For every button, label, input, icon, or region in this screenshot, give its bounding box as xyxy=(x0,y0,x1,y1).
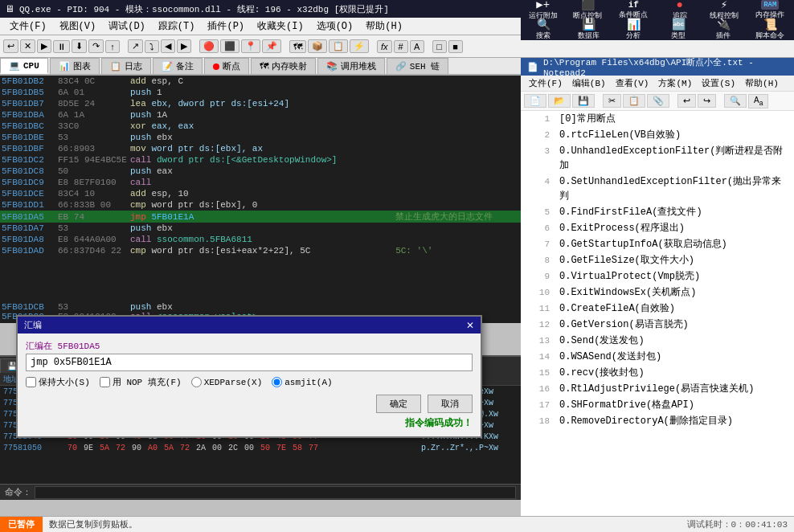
np-menu-scheme[interactable]: 方案(M) xyxy=(653,76,697,90)
tb-step-out[interactable]: ↑ xyxy=(105,40,120,53)
btn-thread-ctrl[interactable]: ⚡ 线程控制 xyxy=(702,0,746,21)
btn-plugins[interactable]: 🔌 插件 xyxy=(701,20,746,41)
tb-step-into[interactable]: ⬇ xyxy=(72,39,87,53)
asm-input[interactable] xyxy=(26,354,473,371)
btn-types[interactable]: 🔤 类型 xyxy=(656,20,701,41)
menu-options[interactable]: 选项(O) xyxy=(310,18,360,35)
np-menu-edit[interactable]: 编辑(B) xyxy=(567,76,611,90)
tab-seh[interactable]: 🔗 SEH 链 xyxy=(387,58,448,74)
asm-confirm-button[interactable]: 确定 xyxy=(376,395,421,413)
tab-mem[interactable]: 🗺 内存映射 xyxy=(251,58,316,74)
disasm-view[interactable]: 5FB01DB2 83C4 0C add esp, C 5FB01DB5 6A … xyxy=(0,76,521,301)
np-btn-cut[interactable]: ✂ xyxy=(603,94,621,108)
asm-cancel-button[interactable]: 取消 xyxy=(428,395,473,413)
np-btn-new[interactable]: 📄 xyxy=(524,94,546,108)
tb-trace-into[interactable]: 📍 xyxy=(241,39,260,53)
btn-run-attach[interactable]: ▶+ 运行附加 xyxy=(521,0,565,21)
btn-analyze[interactable]: 📊 分析 xyxy=(611,20,656,41)
tb-bp[interactable]: 🔴 xyxy=(199,39,219,53)
np-menu-settings[interactable]: 设置(S) xyxy=(697,76,740,90)
btn-mem-op[interactable]: RAM 内存操作 xyxy=(747,0,794,21)
status-bar: 已暂停 数据已复制到剪贴板。 调试耗时：0：00:41:03 xyxy=(0,516,794,532)
opt-asmjit[interactable]: asmjit(A) xyxy=(272,377,332,387)
tb-s2[interactable]: ■ xyxy=(448,40,463,53)
menu-file[interactable]: 文件(F) xyxy=(3,18,53,35)
np-menu-file[interactable]: 文件(F) xyxy=(524,76,567,90)
btn-search[interactable]: 🔍 搜索 xyxy=(521,20,566,41)
table-row: 5FB01DA8 E8 644A0A00 call ssocommon.5FBA… xyxy=(0,234,521,245)
line-text: 0.ExitWindowsEx(关机断点) xyxy=(559,285,696,300)
tb-fx[interactable]: fx xyxy=(377,40,392,53)
line-text: 0.FindFirstFileA(查找文件) xyxy=(559,205,702,219)
menu-debug[interactable]: 调试(D) xyxy=(102,18,152,35)
tb-close[interactable]: ✕ xyxy=(20,39,35,53)
btn-cond-bp[interactable]: if 条件断点 xyxy=(610,0,657,21)
checkbox-keep-size[interactable] xyxy=(26,377,36,387)
np-btn-aa[interactable]: Aa xyxy=(748,94,768,108)
np-menu-view[interactable]: 查看(V) xyxy=(611,76,654,90)
np-btn-open[interactable]: 📂 xyxy=(548,94,571,108)
tb-run[interactable]: ▶ xyxy=(37,39,51,53)
radio-asmjit[interactable] xyxy=(272,377,282,387)
btn-scripts[interactable]: 📜 脚本命令 xyxy=(746,20,794,41)
tb-fwd[interactable]: ▶ xyxy=(177,39,191,53)
opt-nop-fill[interactable]: 用 NOP 填充(F) xyxy=(100,376,182,388)
btn-trace[interactable]: ● 追踪 xyxy=(657,0,702,21)
asm-input-row xyxy=(26,354,473,371)
tb-pause[interactable]: ⏸ xyxy=(53,40,70,53)
menu-plugins[interactable]: 插件(P) xyxy=(201,18,251,35)
line-number: 8 xyxy=(527,253,550,268)
icon-bar-top: ▶+ 运行附加 ⬛ 断点控制 if 条件断点 ● 追踪 ⚡ 线程控制 RAM 内… xyxy=(521,0,794,40)
tab-graph[interactable]: 📊 图表 xyxy=(50,58,100,74)
tb-hw-bp[interactable]: ⬛ xyxy=(220,39,239,53)
menu-fav[interactable]: 收藏夹(I) xyxy=(251,18,310,35)
cmd-input[interactable] xyxy=(35,486,516,499)
list-item: 180.RemoveDirectoryA(删除指定目录) xyxy=(521,413,794,429)
checkbox-nop-fill[interactable] xyxy=(100,377,110,387)
tab-stack[interactable]: 📚 调用堆栈 xyxy=(317,58,385,74)
np-btn-paste[interactable]: 📎 xyxy=(647,94,669,108)
np-btn-save[interactable]: 💾 xyxy=(572,94,595,108)
line-number: 7 xyxy=(527,237,550,252)
tb-s1[interactable]: □ xyxy=(432,40,447,53)
tb-hash[interactable]: # xyxy=(394,40,408,53)
tb-run-to-cursor[interactable]: ↗ xyxy=(128,39,143,53)
right-panel: 📄 D:\Program Files\x64dbg\API断点小全.txt - … xyxy=(521,58,794,532)
opt-keep-size[interactable]: 保持大小(S) xyxy=(26,376,90,388)
table-row: 5FB01DB7 8D5E 24 lea ebx, dword ptr ds:[… xyxy=(0,98,521,109)
np-content[interactable]: 1[0]常用断点20.rtcFileLen(VB自效验)30.Unhandled… xyxy=(521,111,794,516)
btn-database[interactable]: 💾 数据库 xyxy=(566,20,611,41)
table-row: 5FB01DBA 6A 1A push 1A xyxy=(0,109,521,121)
menu-trace[interactable]: 跟踪(T) xyxy=(152,18,202,35)
graph-icon: 📊 xyxy=(59,61,70,72)
tb-threads[interactable]: ⚡ xyxy=(350,39,369,53)
tb-font[interactable]: A xyxy=(410,40,424,53)
table-row: 5FB01DCB 53 push ebx xyxy=(0,302,521,312)
np-btn-redo[interactable]: ↪ xyxy=(698,94,716,108)
line-number: 6 xyxy=(527,221,550,235)
radio-xed[interactable] xyxy=(191,377,202,387)
np-menu-help[interactable]: 帮助(H) xyxy=(740,76,784,90)
tb-trace-over[interactable]: 📌 xyxy=(262,39,281,53)
tab-log[interactable]: 📋 日志 xyxy=(101,58,151,74)
menu-help[interactable]: 帮助(H) xyxy=(359,18,409,35)
np-btn-copy[interactable]: 📋 xyxy=(623,94,645,108)
tb-restart[interactable]: ↩ xyxy=(3,39,18,53)
menu-view[interactable]: 视图(V) xyxy=(53,18,103,35)
opt-xed[interactable]: XEDParse(X) xyxy=(191,377,263,387)
tb-step-over[interactable]: ↷ xyxy=(88,39,104,53)
tb-modules[interactable]: 📋 xyxy=(329,39,348,53)
np-menu-bar: 文件(F) 编辑(B) 查看(V) 方案(M) 设置(S) 帮助(H) xyxy=(521,76,794,92)
np-btn-find[interactable]: 🔍 xyxy=(724,94,747,108)
tab-cpu[interactable]: 💻 CPU xyxy=(0,58,48,74)
btn-bp-ctrl[interactable]: ⬛ 断点控制 xyxy=(565,0,609,21)
tab-notes[interactable]: 📝 备注 xyxy=(153,58,203,74)
tb-heap[interactable]: 📦 xyxy=(308,39,327,53)
list-item: 150.recv(接收封包) xyxy=(521,365,794,381)
asm-dialog-close[interactable]: ✕ xyxy=(466,320,474,331)
tb-goto[interactable]: ⤵ xyxy=(145,40,159,53)
tab-bp[interactable]: 断点 xyxy=(204,58,249,74)
tb-mem-map[interactable]: 🗺 xyxy=(289,40,306,53)
np-btn-undo[interactable]: ↩ xyxy=(677,94,696,108)
tb-back[interactable]: ◀ xyxy=(161,39,175,53)
